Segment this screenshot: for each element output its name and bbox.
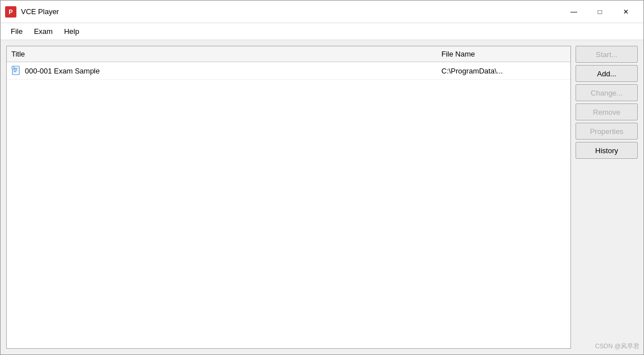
add-button[interactable]: Add...	[576, 65, 638, 82]
menu-file[interactable]: File	[5, 25, 28, 38]
window-controls: — □ ✕	[561, 3, 639, 21]
menu-bar: File Exam Help	[1, 23, 643, 40]
title-bar: P VCE Player — □ ✕	[1, 1, 643, 23]
column-title: Title	[11, 50, 441, 58]
main-window: P VCE Player — □ ✕ File Exam Help Title …	[0, 0, 644, 355]
start-button[interactable]: Start...	[576, 46, 638, 63]
column-filename: File Name	[441, 50, 566, 58]
remove-button[interactable]: Remove	[576, 103, 638, 120]
file-icon: ✓	[11, 66, 22, 76]
content-area: Title File Name ✓	[1, 40, 643, 354]
row-filename-cell: C:\ProgramData\...	[441, 67, 566, 75]
list-body: ✓ 000-001 Exam Sample C:\ProgramData\...	[7, 62, 570, 348]
window-title: VCE Player	[21, 7, 561, 16]
svg-text:✓: ✓	[12, 67, 14, 70]
svg-rect-3	[14, 71, 16, 72]
svg-rect-2	[14, 70, 18, 71]
close-button[interactable]: ✕	[613, 3, 639, 21]
app-icon: P	[5, 6, 16, 18]
properties-button[interactable]: Properties	[576, 123, 638, 140]
change-button[interactable]: Change...	[576, 84, 638, 101]
maximize-button[interactable]: □	[587, 3, 613, 21]
list-header: Title File Name	[7, 46, 570, 62]
table-row[interactable]: ✓ 000-001 Exam Sample C:\ProgramData\...	[7, 62, 570, 80]
watermark: CSDN @风早君	[595, 342, 639, 350]
menu-exam[interactable]: Exam	[28, 25, 58, 38]
menu-help[interactable]: Help	[58, 25, 85, 38]
row-title-cell: ✓ 000-001 Exam Sample	[11, 66, 441, 76]
row-title-text: 000-001 Exam Sample	[25, 67, 100, 75]
history-button[interactable]: History	[576, 142, 638, 159]
sidebar-buttons: Start... Add... Change... Remove Propert…	[576, 46, 638, 349]
file-list-container: Title File Name ✓	[6, 46, 571, 349]
minimize-button[interactable]: —	[561, 3, 587, 21]
